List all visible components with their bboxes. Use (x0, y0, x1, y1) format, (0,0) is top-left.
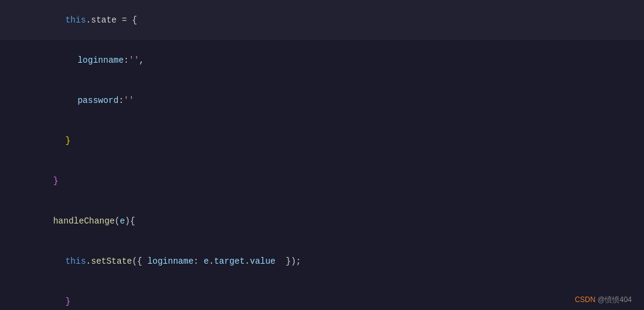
code-block: this.state = { loginname:'', password:''… (0, 0, 644, 310)
footer: CSDN @愤愤404 (574, 295, 632, 305)
keyword-this: this (65, 15, 86, 25)
line-content: password:'' (6, 80, 134, 121)
brand-label: CSDN (574, 295, 595, 304)
line-content: } (6, 121, 71, 161)
code-line-8: } (0, 281, 644, 310)
line-content: this.state = { (6, 0, 137, 40)
code-line-5: } (0, 161, 644, 201)
code-line-3: password:'' (0, 80, 644, 121)
line-content: } (6, 281, 71, 310)
code-editor: this.state = { loginname:'', password:''… (0, 0, 644, 310)
code-line-7: this.setState({ loginname: e.target.valu… (0, 241, 644, 281)
line-content: handleChange(e){ (6, 201, 135, 241)
code-line-4: } (0, 121, 644, 161)
code-line-2: loginname:'', (0, 40, 644, 80)
line-content: loginname:'', (6, 40, 144, 80)
line-content: } (6, 161, 59, 201)
code-line-1: this.state = { (0, 0, 644, 40)
code-line-6: handleChange(e){ (0, 201, 644, 241)
author-label: @愤愤404 (598, 295, 632, 304)
line-content: this.setState({ loginname: e.target.valu… (6, 241, 301, 281)
